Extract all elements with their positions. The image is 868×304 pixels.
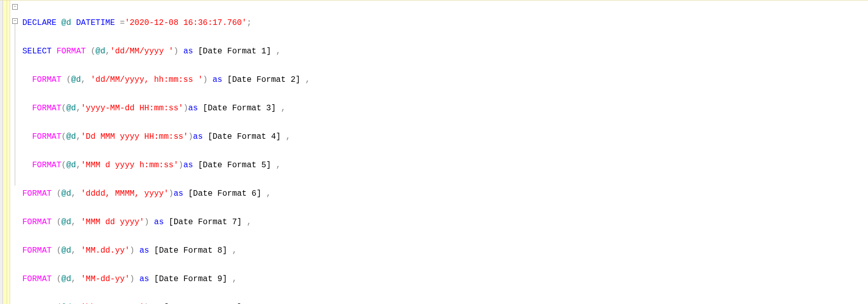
variable: @d [61, 275, 71, 284]
string-literal: 'MM-dd-yy' [81, 275, 130, 284]
variable: @d [61, 189, 71, 198]
paren: ) [144, 218, 149, 227]
variable: @d [71, 75, 81, 84]
keyword: as [178, 47, 193, 56]
function: FORMAT [32, 104, 61, 113]
function: FORMAT [22, 218, 56, 227]
string-literal: 'MM.dd.yy' [81, 246, 130, 255]
operator: = [115, 18, 124, 27]
function: FORMAT [32, 161, 61, 170]
comma: , [305, 75, 310, 84]
indent [22, 132, 32, 141]
keyword: as [193, 132, 203, 141]
comma: , [232, 275, 237, 284]
comma: , [232, 246, 237, 255]
fold-toggle-icon[interactable] [12, 4, 18, 10]
alias: [Date Format 8] [149, 246, 232, 255]
paren: ) [169, 189, 174, 198]
keyword: as [135, 246, 149, 255]
string-literal: 'yyyy-MM-dd HH:mm:ss' [81, 104, 183, 113]
paren: ) [130, 246, 135, 255]
variable: @d [95, 47, 105, 56]
comma: , [71, 218, 81, 227]
comma: , [266, 189, 271, 198]
alias: [Date Format 4] [203, 132, 285, 141]
alias: [Date Format 1] [193, 47, 276, 56]
comma: , [71, 246, 81, 255]
alias: [Date Format 3] [198, 104, 281, 113]
paren: ( [56, 189, 61, 198]
comma: , [71, 189, 81, 198]
paren: ( [61, 161, 67, 170]
sql-editor[interactable]: DECLARE @d DATETIME ='2020-12-08 16:36:1… [0, 0, 868, 304]
comma: , [276, 47, 281, 56]
variable: @d [66, 104, 76, 113]
keyword: as [188, 104, 198, 113]
function: FORMAT [22, 275, 56, 284]
paren: ) [203, 75, 208, 84]
paren: ( [56, 275, 61, 284]
fold-guide-line [15, 24, 15, 186]
variable: @d [61, 218, 71, 227]
paren: ( [61, 132, 67, 141]
keyword: as [174, 189, 183, 198]
alias: [Date Format 2] [222, 75, 305, 84]
indent [22, 75, 32, 84]
indent [22, 161, 32, 170]
keyword: as [149, 218, 164, 227]
keyword: as [208, 75, 222, 84]
comma: , [247, 218, 252, 227]
variable: @d [66, 132, 76, 141]
variable: @d [61, 18, 71, 27]
comma: , [286, 132, 291, 141]
function: FORMAT [32, 132, 61, 141]
paren: ) [188, 132, 193, 141]
function: FORMAT [22, 246, 56, 255]
alias: [Date Format 7] [164, 218, 246, 227]
keyword: as [183, 161, 193, 170]
code-text[interactable]: DECLARE @d DATETIME ='2020-12-08 16:36:1… [21, 1, 868, 304]
comma: , [281, 104, 286, 113]
string-literal: 'Dd MMM yyyy HH:mm:ss' [81, 132, 188, 141]
string-literal: 'dd/MM/yyyy ' [110, 47, 174, 56]
paren: ( [90, 47, 95, 56]
comma: , [76, 104, 81, 113]
string-literal: 'MMM dd yyyy' [81, 218, 144, 227]
comma: , [105, 47, 110, 56]
alias: [Date Format 9] [149, 275, 232, 284]
indent [22, 104, 32, 113]
paren: ( [56, 218, 61, 227]
alias: [Date Format 6] [183, 189, 266, 198]
paren: ( [56, 246, 61, 255]
string-literal: 'dddd, MMMM, yyyy' [81, 189, 169, 198]
editor-change-margin [3, 1, 7, 304]
function: FORMAT [56, 47, 90, 56]
alias: [Date Format 5] [193, 161, 276, 170]
string-literal: '2020-12-08 16:36:17.760' [125, 18, 247, 27]
comma: , [276, 161, 281, 170]
function: FORMAT [22, 189, 56, 198]
paren: ) [178, 161, 183, 170]
comma: , [71, 275, 81, 284]
keyword: as [135, 275, 149, 284]
operator: ; [247, 18, 252, 27]
keyword: DECLARE [22, 18, 56, 27]
function: FORMAT [32, 75, 66, 84]
paren: ( [61, 104, 67, 113]
string-literal: 'MMM d yyyy h:mm:ss' [81, 161, 178, 170]
comma: , [76, 132, 81, 141]
editor-outline-gutter [10, 1, 21, 304]
comma: , [76, 161, 81, 170]
comma: , [81, 75, 90, 84]
paren: ) [174, 47, 179, 56]
paren: ) [130, 275, 135, 284]
keyword: DATETIME [76, 18, 115, 27]
string-literal: 'dd/MM/yyyy, hh:mm:ss ' [90, 75, 203, 84]
variable: @d [61, 246, 71, 255]
fold-toggle-icon[interactable] [12, 18, 18, 24]
variable: @d [66, 161, 76, 170]
keyword: SELECT [22, 47, 52, 56]
paren: ( [66, 75, 71, 84]
